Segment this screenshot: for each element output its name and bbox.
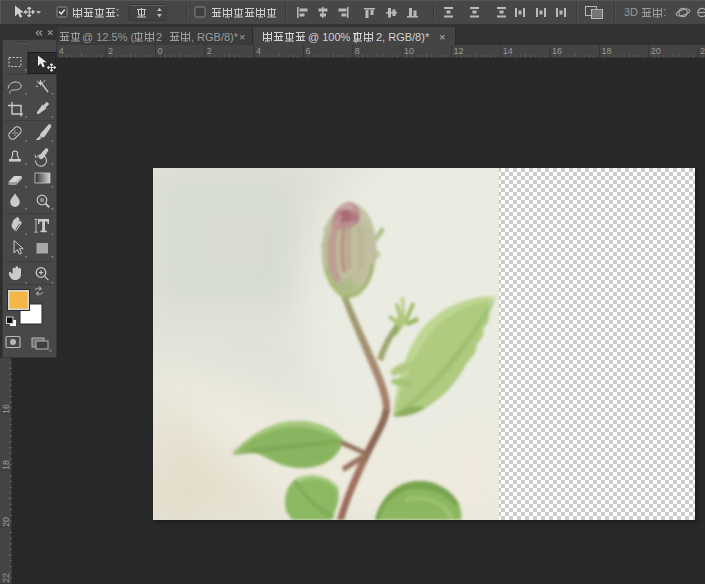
svg-text:14: 14 [503, 46, 513, 56]
svg-text:@ 100% (: @ 100% ( [308, 31, 357, 43]
svg-text:3D: 3D [624, 6, 638, 18]
svg-text:2: 2 [108, 46, 113, 56]
svg-text:18: 18 [1, 460, 11, 470]
svg-text:×: × [239, 31, 245, 43]
svg-text:4: 4 [59, 46, 64, 56]
svg-text:4: 4 [256, 46, 261, 56]
svg-text::: : [663, 5, 666, 19]
svg-text:2: 2 [156, 31, 162, 43]
svg-text:16: 16 [552, 46, 562, 56]
svg-text::: : [116, 5, 119, 19]
svg-text:6: 6 [305, 46, 310, 56]
svg-text:10: 10 [404, 46, 414, 56]
svg-text:, RGB/8)*: , RGB/8)* [191, 31, 239, 43]
svg-text:22: 22 [1, 573, 11, 583]
svg-text:20: 20 [1, 517, 11, 527]
svg-text:0: 0 [158, 46, 163, 56]
svg-text:2: 2 [207, 46, 212, 56]
svg-text:22: 22 [700, 46, 705, 56]
svg-text:12: 12 [453, 46, 463, 56]
svg-text:8: 8 [355, 46, 360, 56]
svg-text:@ 12.5% (: @ 12.5% ( [82, 31, 134, 43]
svg-text:2, RGB/8)*: 2, RGB/8)* [376, 31, 430, 43]
svg-text:18: 18 [601, 46, 611, 56]
svg-text:20: 20 [651, 46, 661, 56]
svg-text:×: × [439, 31, 445, 43]
svg-text:16: 16 [1, 404, 11, 414]
